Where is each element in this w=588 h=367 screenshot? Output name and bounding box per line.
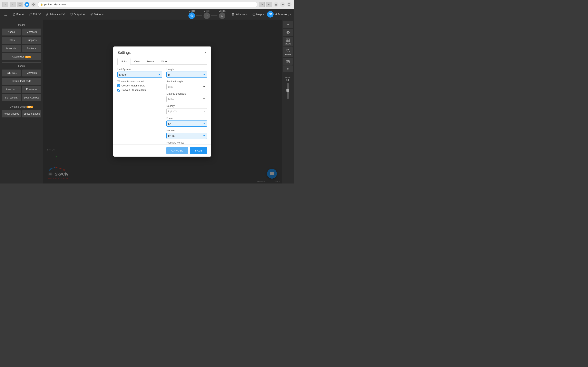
file-menu[interactable]: File (11, 12, 26, 17)
sidebar-divider-1 (2, 62, 41, 63)
modal-close-button[interactable]: × (203, 50, 207, 56)
self-weight-button[interactable]: Self Weight (2, 94, 21, 101)
material-strength-select[interactable]: MPa GPa (166, 96, 207, 102)
dynamic-buttons: Nodal Masses Spectral Loads (2, 110, 41, 117)
scale-container: Scale: 1.0 (285, 75, 291, 100)
supports-button[interactable]: Supports (22, 37, 41, 44)
views-button[interactable]: Views (283, 37, 293, 47)
convert-material-label[interactable]: Convert Material Data (117, 84, 162, 87)
settings-icon (286, 67, 290, 71)
chevron-down-icon (21, 13, 24, 16)
output-menu[interactable]: Output (68, 12, 87, 17)
model-circle (189, 12, 195, 19)
tab-units[interactable]: Units (117, 58, 130, 65)
section-length-label: Section Length: (166, 80, 207, 83)
workflow-model[interactable]: Model (189, 9, 195, 19)
svg-point-34 (287, 68, 288, 69)
load-combos-button[interactable]: Load Combos (22, 94, 41, 101)
rotate-button[interactable]: Rotate (283, 47, 293, 57)
browser-settings-button[interactable]: ⚙ (266, 2, 272, 7)
help-label: Help (256, 13, 262, 16)
help-menu[interactable]: ? Help (251, 12, 266, 17)
scale-handle[interactable] (286, 89, 289, 92)
svg-point-27 (287, 32, 288, 33)
eye-tool-button[interactable] (283, 29, 293, 36)
svg-point-33 (287, 61, 288, 62)
sections-button[interactable]: Sections (22, 45, 41, 52)
model-section-title: Model (2, 24, 41, 26)
address-bar[interactable]: 🔒 platform.skyciv.com (38, 2, 257, 7)
modal-tabs: Units View Solver Other (117, 58, 207, 65)
nodal-masses-button[interactable]: Nodal Masses (2, 110, 21, 117)
pencil-tool-button[interactable]: ✏ (283, 21, 293, 28)
unit-system-label: Unit System: (117, 68, 162, 71)
members-button[interactable]: Members (22, 29, 41, 35)
camera-button[interactable] (283, 58, 293, 65)
density-select[interactable]: kg/m^3 lb/ft^3 (166, 108, 207, 114)
workflow-solve[interactable]: Solve (204, 9, 210, 19)
area-loads-button[interactable]: Area Lo... (2, 86, 21, 93)
dynamic-beta-badge: BETA (27, 106, 33, 108)
avatar: SB (267, 11, 274, 17)
canvas: SW: ON Y Z X SkyCiv (43, 20, 282, 184)
edit-menu[interactable]: Edit (27, 12, 43, 17)
forward-button[interactable]: › (10, 2, 16, 7)
settings-menu[interactable]: Settings (88, 12, 105, 17)
svg-rect-8 (232, 13, 233, 14)
wrench-icon (46, 13, 49, 16)
settings-row: Unit System: Metric Imperial When units … (117, 68, 207, 144)
when-changed-group: When units are changed: Convert Material… (117, 80, 162, 92)
material-strength-label: Material Strength: (166, 92, 207, 95)
plates-button[interactable]: Plates (2, 37, 21, 44)
assemblies-button[interactable]: AssembliesBETA (2, 53, 41, 60)
chevron-down-addons (246, 13, 248, 15)
convert-structure-checkbox[interactable] (117, 89, 120, 92)
refresh-button[interactable]: ↻ (259, 2, 265, 7)
tab-solver[interactable]: Solver (143, 58, 158, 65)
back-button[interactable]: ‹ (2, 2, 8, 7)
eye-icon (286, 31, 290, 34)
modal-body: Unit System: Metric Imperial When units … (113, 65, 211, 144)
advanced-menu[interactable]: Advanced (44, 12, 67, 17)
section-length-select[interactable]: mm cm m (166, 84, 207, 90)
addons-menu[interactable]: Add-ons (230, 12, 250, 17)
help-icon: ? (252, 13, 255, 16)
svg-rect-28 (286, 39, 288, 40)
url-text: platform.skyciv.com (44, 3, 66, 6)
right-toolbar: ✏ Views Rotate (282, 20, 294, 184)
tab-button[interactable] (17, 2, 23, 7)
chevron-down-icon-out (82, 13, 85, 16)
scale-slider[interactable] (287, 83, 289, 99)
materials-button[interactable]: Materials (2, 45, 21, 52)
loads-buttons: Point Lo... Moments Distributed Loads Ar… (2, 69, 41, 101)
distributed-loads-button[interactable]: Distributed Loads (2, 78, 41, 85)
moments-button[interactable]: Moments (22, 69, 41, 76)
convert-material-group: Convert Material Data (117, 84, 162, 87)
sidebar: Model Nodes Members Plates Supports Mate… (0, 20, 43, 184)
svg-point-5 (91, 14, 92, 15)
gear-button[interactable] (283, 66, 293, 72)
length-select[interactable]: m mm cm ft in (166, 72, 207, 78)
username-menu[interactable]: Hi Scioly.org (274, 13, 292, 16)
hamburger-menu[interactable]: ☰ (2, 11, 9, 17)
pressures-button[interactable]: Pressures (22, 86, 41, 93)
nodes-button[interactable]: Nodes (2, 29, 21, 35)
workflow-design[interactable]: Design (219, 9, 226, 19)
assemblies-beta-badge: BETA (25, 56, 31, 58)
spectral-loads-button[interactable]: Spectral Loads (22, 110, 41, 117)
convert-structure-label[interactable]: Convert Structure Data (117, 89, 162, 92)
moment-select[interactable]: kN-m N-m kip-ft (166, 133, 207, 139)
modal-title: Settings (117, 50, 131, 55)
download-icon (274, 2, 278, 7)
force-select[interactable]: kN N kip (166, 120, 207, 127)
tab-other[interactable]: Other (157, 58, 171, 65)
point-loads-button[interactable]: Point Lo... (2, 69, 21, 76)
length-label: Length: (166, 68, 207, 71)
unit-system-select[interactable]: Metric Imperial (117, 72, 162, 78)
save-button[interactable]: SAVE (190, 147, 207, 154)
gear-icon (90, 13, 93, 16)
cancel-button[interactable]: CANCEL (166, 147, 188, 154)
convert-material-checkbox[interactable] (117, 84, 120, 87)
tab-view[interactable]: View (130, 58, 143, 65)
advanced-menu-label: Advanced (50, 13, 61, 16)
